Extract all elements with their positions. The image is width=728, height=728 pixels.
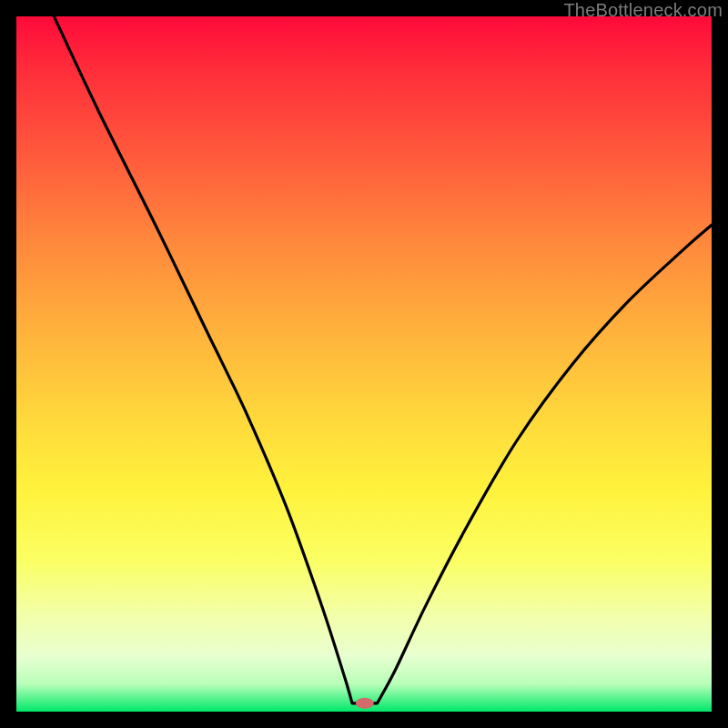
plot-frame	[16, 16, 712, 712]
optimum-marker	[356, 698, 374, 709]
watermark-text: TheBottleneck.com	[563, 0, 723, 21]
bottleneck-curve	[16, 16, 712, 712]
curve-path	[54, 16, 712, 703]
